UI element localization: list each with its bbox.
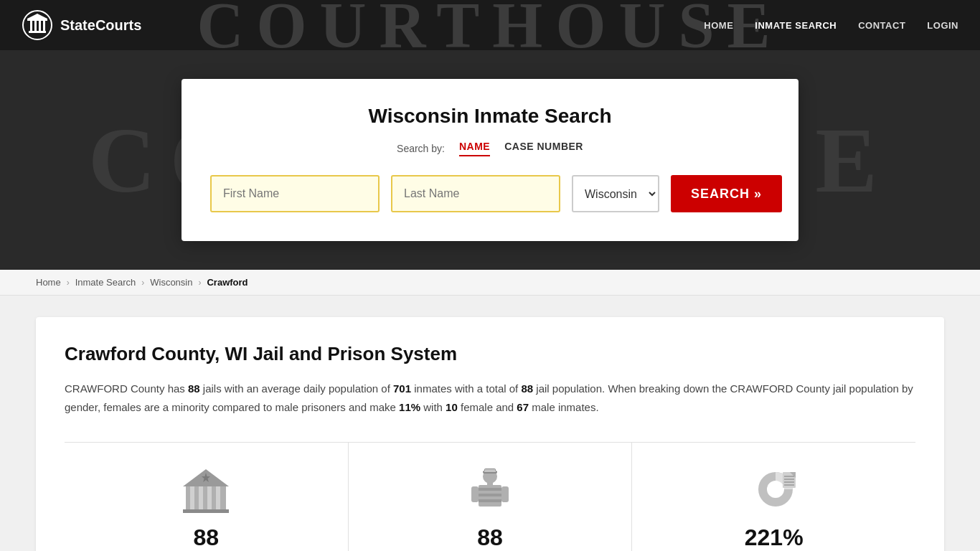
jail-rate-icon — [745, 464, 803, 514]
search-button[interactable]: SEARCH » — [671, 175, 782, 212]
tab-case-number[interactable]: CASE NUMBER — [504, 141, 583, 156]
logo-icon — [22, 9, 53, 41]
svg-marker-7 — [27, 14, 47, 19]
main-content: Crawford County, WI Jail and Prison Syst… — [0, 296, 980, 551]
main-nav: HOME INMATE SEARCH CONTACT LOGIN — [704, 20, 958, 31]
jails-number: 88 — [194, 524, 220, 551]
content-title: Crawford County, WI Jail and Prison Syst… — [65, 343, 915, 365]
stat-prisoners: 88 Prisoners — [349, 443, 633, 551]
svg-rect-9 — [190, 486, 194, 511]
stats-row: 88 Jails — [65, 442, 915, 551]
breadcrumb-wisconsin[interactable]: Wisconsin — [150, 277, 192, 288]
prisoners-svg — [464, 466, 516, 513]
breadcrumb-home[interactable]: Home — [36, 277, 61, 288]
svg-rect-6 — [43, 21, 45, 31]
hero-section: COURTHOUSE Wisconsin Inmate Search Searc… — [0, 50, 980, 270]
svg-rect-12 — [216, 486, 220, 511]
breadcrumb-inmate-search[interactable]: Inmate Search — [75, 277, 136, 288]
svg-rect-2 — [27, 19, 47, 21]
svg-rect-23 — [479, 494, 501, 496]
breadcrumb-crawford: Crawford — [207, 277, 248, 288]
jail-rate-svg — [748, 466, 800, 513]
logo[interactable]: StateCourts — [22, 9, 141, 41]
svg-point-29 — [767, 481, 784, 498]
logo-text: StateCourts — [60, 17, 141, 34]
svg-rect-3 — [30, 21, 32, 31]
first-name-input[interactable] — [210, 175, 380, 212]
state-select[interactable]: Wisconsin Alabama Alaska Arizona Califor… — [572, 175, 659, 212]
svg-rect-10 — [199, 486, 203, 511]
nav-inmate-search[interactable]: INMATE SEARCH — [755, 20, 837, 31]
stat-jails: 88 Jails — [65, 443, 349, 551]
content-description: CRAWFORD County has 88 jails with an ave… — [65, 380, 915, 416]
svg-rect-25 — [487, 482, 493, 486]
header: COURTHOUSE StateCourts HOME INMATE SEARC… — [0, 0, 980, 50]
tab-name[interactable]: NAME — [459, 141, 490, 156]
jails-icon — [177, 464, 235, 514]
svg-rect-26 — [471, 486, 479, 502]
nav-contact[interactable]: CONTACT — [858, 20, 905, 31]
search-title: Wisconsin Inmate Search — [210, 105, 770, 128]
breadcrumb-sep-2: › — [141, 278, 144, 288]
svg-rect-1 — [29, 31, 46, 33]
svg-rect-22 — [479, 488, 501, 491]
svg-rect-4 — [34, 21, 37, 31]
search-by-label: Search by: — [397, 143, 445, 154]
search-card: Wisconsin Inmate Search Search by: NAME … — [182, 79, 798, 241]
svg-rect-14 — [183, 509, 229, 513]
nav-login[interactable]: LOGIN — [927, 20, 958, 31]
prisoners-icon — [461, 464, 519, 514]
jail-rate-number: 221% — [745, 524, 804, 551]
stat-jail-rate: 221% Jail Rate — [632, 443, 915, 551]
nav-home[interactable]: HOME — [704, 20, 733, 31]
breadcrumb-sep-3: › — [198, 278, 201, 288]
breadcrumb: Home › Inmate Search › Wisconsin › Crawf… — [0, 270, 980, 296]
search-by-row: Search by: NAME CASE NUMBER — [210, 141, 770, 156]
svg-rect-5 — [39, 21, 41, 31]
content-card: Crawford County, WI Jail and Prison Syst… — [36, 317, 944, 551]
svg-rect-11 — [207, 486, 212, 511]
svg-rect-24 — [479, 499, 501, 502]
prisoners-number: 88 — [477, 524, 503, 551]
search-inputs: Wisconsin Alabama Alaska Arizona Califor… — [210, 175, 770, 212]
breadcrumb-sep-1: › — [67, 278, 70, 288]
svg-rect-27 — [501, 486, 509, 502]
last-name-input[interactable] — [391, 175, 560, 212]
jails-svg — [180, 466, 232, 513]
